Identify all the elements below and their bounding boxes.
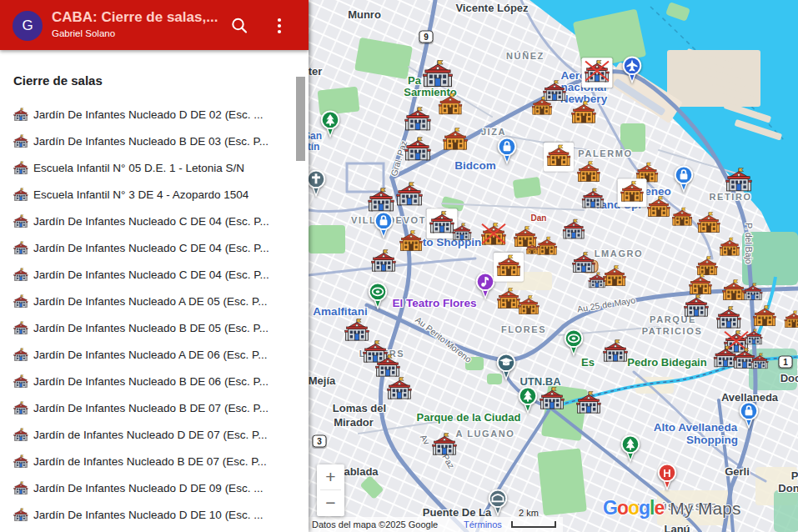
route-shield: 9 [419, 31, 434, 43]
school-list-item[interactable]: Jardín De Infantes Nucleado C DE 04 (Esc… [0, 234, 294, 261]
school-marker[interactable] [399, 230, 424, 255]
lock-pin[interactable] [496, 137, 518, 168]
tree-pin[interactable] [319, 110, 341, 142]
school-marker[interactable] [671, 207, 693, 229]
school-marker[interactable] [784, 310, 798, 332]
svg-text:H: H [663, 467, 670, 479]
school-icon [13, 348, 28, 361]
lock-pin[interactable] [738, 401, 760, 433]
school-marker[interactable] [588, 272, 606, 292]
school-marker[interactable] [719, 237, 740, 259]
school-marker[interactable] [576, 390, 602, 417]
map-canvas[interactable]: MunroVicente LópezNÚÑEZterSantínPaSarmie… [309, 0, 798, 532]
school-list-item[interactable]: Escuela Infantil N° 05 D.E. 1 - Letonia … [0, 154, 294, 181]
school-marker[interactable] [518, 295, 540, 319]
school-marker-crossed[interactable] [582, 58, 613, 88]
school-marker[interactable] [368, 187, 395, 215]
school-marker-crossed[interactable] [481, 222, 507, 248]
zoom-in-button[interactable]: + [317, 464, 344, 489]
map-label: Vicente López [455, 2, 528, 14]
stadium-pin[interactable] [367, 282, 389, 314]
zoom-out-button[interactable]: − [317, 490, 344, 515]
hospital-pin[interactable]: H [656, 463, 678, 494]
school-marker[interactable] [387, 376, 413, 403]
stadium-pin[interactable] [563, 329, 585, 360]
school-list-item[interactable]: Jardín de Infantes Nucleado D DE 07 (Esc… [0, 421, 294, 448]
google-logo-letter: o [617, 497, 628, 519]
school-list-item[interactable]: Jardín de Infantes Nucleado B DE 07 (Esc… [0, 448, 294, 474]
school-list-item[interactable]: Escuela Infantil N° 3 DE 4 - Azopardo 15… [0, 181, 294, 208]
school-marker[interactable] [443, 127, 469, 153]
school-marker[interactable] [404, 106, 432, 134]
school-marker[interactable] [743, 283, 763, 304]
lock-pin[interactable] [373, 211, 394, 243]
school-marker[interactable] [526, 243, 539, 258]
school-marker[interactable] [577, 161, 601, 186]
school-marker[interactable] [494, 253, 524, 282]
school-icon [13, 508, 28, 521]
school-list-item[interactable]: Jardín De Infantes Nucleado B DE 05 (Esc… [0, 314, 294, 341]
kebab-menu-icon[interactable] [269, 15, 290, 37]
avatar[interactable]: G [13, 11, 43, 41]
school-list-item[interactable]: Jardín De Infantes Nucleado D DE 10 (Esc… [0, 501, 294, 528]
school-marker[interactable] [562, 218, 585, 243]
school-marker[interactable] [438, 93, 463, 118]
school-marker[interactable] [371, 248, 397, 275]
school-marker[interactable] [745, 329, 763, 349]
school-marker[interactable] [697, 212, 721, 237]
school-marker[interactable] [544, 143, 574, 172]
search-icon[interactable] [228, 15, 250, 37]
school-marker[interactable] [618, 178, 647, 207]
school-marker[interactable] [716, 305, 742, 332]
map-label: Mejía [309, 374, 335, 387]
school-icon [13, 268, 28, 281]
school-marker[interactable] [753, 305, 777, 330]
school-marker[interactable] [452, 223, 472, 244]
map-label: JIZA [481, 127, 506, 137]
school-icon [13, 374, 28, 388]
school-marker[interactable] [422, 59, 454, 91]
map-label: Don [778, 482, 798, 494]
tree-pin[interactable] [620, 434, 641, 466]
google-my-maps-watermark[interactable]: Google My Maps [603, 497, 740, 519]
school-list-item[interactable]: Jardín De Infantes Nucleado D DE 02 (Esc… [0, 101, 294, 128]
school-marker[interactable] [750, 353, 769, 373]
school-marker[interactable] [603, 339, 629, 365]
school-list-item[interactable]: Jardín De Infantes Nucleado D DE 09 (Esc… [0, 474, 294, 501]
terms-link[interactable]: Términos [464, 519, 502, 529]
tree-pin[interactable] [517, 386, 539, 418]
school-name: Jardín De Infantes Nucleado D DE 10 (Esc… [33, 509, 263, 521]
school-marker[interactable] [540, 386, 565, 413]
school-list-item[interactable]: Jardín De Infantes Nucleado B DE 07 (Esc… [0, 394, 294, 421]
school-icon [13, 294, 28, 308]
school-marker[interactable] [531, 96, 553, 118]
school-marker[interactable] [571, 100, 597, 127]
school-list-item[interactable]: Jardín De Infantes Nucleado B DE 06 (Esc… [0, 368, 294, 394]
school-marker[interactable] [404, 136, 432, 164]
map-label: Bidcom [454, 159, 496, 172]
school-list-item[interactable]: Jardín De Infantes Nucleado B DE 03 (Esc… [0, 128, 294, 154]
school-name: Jardín De Infantes Nucleado B DE 05 (Esc… [33, 322, 269, 334]
school-list-item[interactable]: Jardín De Infantes Nucleado A DE 06 (Esc… [0, 341, 294, 368]
school-list-item[interactable]: Jardín De Infantes Nucleado C DE 04 (Esc… [0, 261, 294, 288]
sidebar-scrollbar[interactable] [296, 77, 305, 161]
church-cross-pin[interactable] [309, 169, 327, 201]
school-marker[interactable] [432, 432, 458, 459]
school-marker[interactable] [725, 167, 753, 195]
school-marker[interactable] [684, 294, 710, 320]
route-shield: 3 [313, 435, 327, 448]
plane-pin[interactable] [621, 56, 643, 88]
bridge-pin[interactable] [487, 489, 509, 520]
map-label: Parque de la Ciudad [417, 411, 521, 424]
school-marker[interactable] [396, 181, 424, 209]
map-label: Doc [780, 372, 798, 384]
school-list-item[interactable]: Jardín De Infantes Nucleado A DE 05 (Esc… [0, 288, 294, 314]
school-list-item[interactable]: Jardín De Infantes Nucleado C DE 04 (Esc… [0, 208, 294, 234]
graduation-cap-pin[interactable] [495, 353, 517, 384]
school-marker[interactable] [536, 236, 558, 258]
lock-pin[interactable] [673, 165, 695, 197]
map-label: Lanú [664, 523, 690, 532]
sidebar: G CABA: Cierre de salas,... Gabriel Sola… [0, 0, 309, 532]
school-marker[interactable] [581, 188, 605, 212]
school-marker[interactable] [647, 196, 671, 221]
